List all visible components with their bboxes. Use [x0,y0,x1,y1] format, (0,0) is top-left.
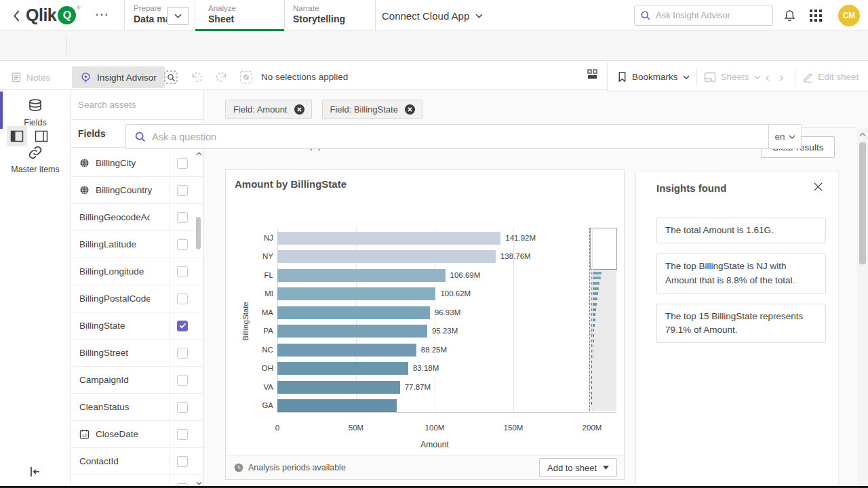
sheets-button[interactable]: Sheets [704,72,761,83]
field-checkbox[interactable] [177,402,188,413]
caret-down-icon [603,466,609,470]
chip-field-amount[interactable]: Field: Amount [225,100,312,119]
field-row[interactable]: BillingLongitude [71,258,203,285]
field-row[interactable]: BillingLatitude [71,231,203,258]
field-checkbox[interactable] [177,429,188,440]
bookmarks-label: Bookmarks [632,72,678,82]
toggle-left-panel-icon[interactable] [7,126,27,146]
back-icon[interactable] [9,9,23,22]
scroll-thumb[interactable] [196,217,201,249]
chip-field-billingstate[interactable]: Field: BillingState [322,100,422,119]
left-rail: Fields Master items [0,90,71,488]
field-checkbox[interactable] [177,348,188,359]
bar-oh[interactable] [277,362,408,375]
chip-label: Field: BillingState [330,104,398,115]
bar-mi[interactable] [277,287,435,300]
bar-fl[interactable] [277,269,446,282]
field-checkbox[interactable] [177,293,188,304]
tab-analyze[interactable]: Analyze Sheet [208,4,236,24]
global-search[interactable] [634,5,773,26]
field-row[interactable]: BillingState [71,312,203,340]
clear-selections-icon[interactable] [238,69,254,85]
insight-advisor-button[interactable]: Insight Advisor [72,66,165,88]
scroll-preview-window[interactable] [590,228,617,270]
search-assets-field[interactable] [71,90,203,120]
qlik-app-window: QlikQ® ⋯ Prepare Data man... Analyze She… [0,0,868,488]
bar-nc[interactable] [277,344,416,357]
field-checkbox[interactable] [177,375,188,386]
edit-sheet-button[interactable]: Edit sheet [802,72,859,83]
language-select[interactable]: en [768,125,801,148]
bookmarks-button[interactable]: Bookmarks [617,71,690,83]
ask-question-input[interactable] [152,131,768,142]
field-row[interactable]: CleanStatus [71,394,203,421]
field-checkbox[interactable] [177,185,188,196]
toggle-right-panel-icon[interactable] [31,126,52,146]
main-scrollbar[interactable] [857,129,868,488]
scroll-thumb[interactable] [859,142,866,264]
chevron-down-icon [475,14,483,18]
avatar[interactable]: CM [838,5,860,26]
bar-ga[interactable] [277,399,397,412]
scroll-up-icon[interactable] [859,130,866,138]
analysis-periods-status: Analysis periods available [234,463,346,472]
next-sheet-icon[interactable]: › [774,70,788,85]
checkbox-column [170,231,195,258]
more-menu-icon[interactable]: ⋯ [95,6,109,22]
field-row[interactable]: CampaignId [71,367,203,394]
scroll-up-icon[interactable] [195,150,202,158]
assets-scrollbar[interactable] [195,150,202,487]
undo-selection-icon[interactable] [189,69,205,85]
global-search-input[interactable] [656,10,757,20]
prepare-dropdown-button[interactable] [167,7,189,25]
search-assets-input[interactable] [78,100,196,110]
previous-sheet-icon[interactable]: ‹ [761,70,774,85]
field-row[interactable]: BillingStreet [71,340,203,367]
chart-card[interactable]: Amount by BillingState BillingState Amou… [225,169,625,480]
y-category-label: PA [226,325,273,338]
qlik-logo[interactable]: QlikQ® [26,5,80,25]
collapse-panel-icon[interactable] [26,464,43,480]
insight-advisor-label: Insight Advisor [97,73,157,83]
chip-close-icon[interactable] [294,104,305,115]
field-checkbox[interactable] [177,456,188,467]
field-checkbox[interactable] [177,239,188,250]
bar-pa[interactable] [277,325,427,338]
bar-value-label: 96.93M [435,306,460,319]
add-to-sheet-button[interactable]: Add to sheet [539,458,617,477]
bar-va[interactable] [277,381,400,394]
field-row[interactable]: BillingCity [71,150,203,177]
field-row[interactable]: ContactId [71,448,203,475]
field-row[interactable]: BillingGeocodeAccura... [71,204,203,231]
svg-text:12: 12 [82,433,87,438]
ask-question-field[interactable]: en [125,124,802,149]
search-selections-icon[interactable] [163,69,179,85]
redo-selection-icon[interactable] [214,69,230,85]
notifications-bell-icon[interactable] [782,8,797,23]
field-checkbox[interactable] [177,321,188,331]
tab-narrate[interactable]: Narrate Storytelling [293,4,345,24]
chart-scroll-preview[interactable] [589,228,616,411]
registered-mark: ® [77,5,80,10]
field-row[interactable]: BillingCountry [71,177,203,204]
tab-section-label: Analyze [208,4,236,12]
chip-label: Field: Amount [233,104,288,115]
bar-ma[interactable] [277,306,430,319]
app-selector[interactable]: Connect Cloud App [382,0,483,31]
chevron-down-icon [754,75,761,79]
close-icon[interactable] [812,181,823,192]
notes-button[interactable]: Notes [11,66,50,88]
logo-q-icon: Q [58,6,76,24]
field-checkbox[interactable] [177,212,188,223]
field-row[interactable]: BillingPostalCode [71,285,203,312]
bar-ny[interactable] [277,250,496,263]
divider [284,0,285,31]
field-label: CleanStatus [79,402,130,412]
app-launcher-grid-icon[interactable] [810,9,822,22]
toolbar-layout-icon[interactable] [586,68,599,81]
field-row[interactable]: 12 CloseDate [71,421,203,448]
bar-nj[interactable] [277,232,500,245]
chip-close-icon[interactable] [404,104,416,115]
field-checkbox[interactable] [177,158,188,169]
field-checkbox[interactable] [177,266,188,277]
